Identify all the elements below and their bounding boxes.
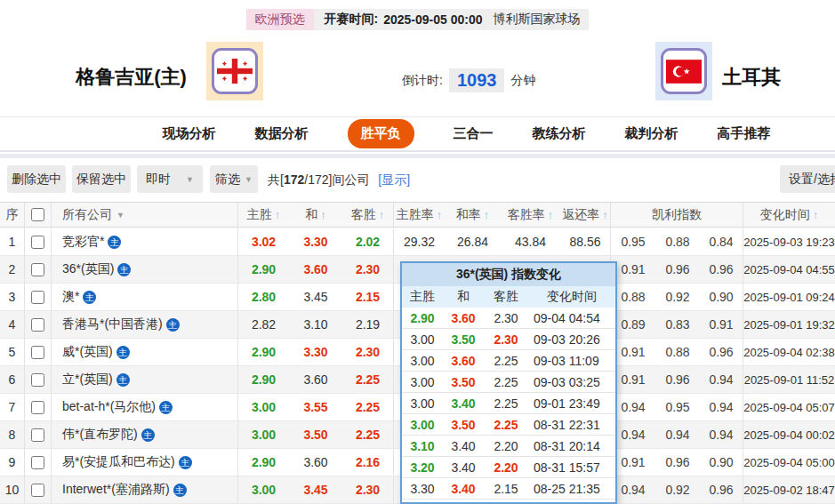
header-draw-odds[interactable]: 和↑: [289, 203, 342, 227]
away-odds[interactable]: 2.25: [342, 421, 394, 448]
draw-odds[interactable]: 3.30: [289, 228, 342, 255]
show-link[interactable]: [显示]: [378, 172, 410, 187]
tab-4[interactable]: 三合一: [454, 125, 494, 142]
kelly-1: 0.94: [611, 476, 655, 503]
popup-row: 3.203.302.1508-25 12:10: [402, 500, 615, 504]
away-odds[interactable]: 2.02: [342, 228, 394, 255]
header-away-odds[interactable]: 客胜↑: [342, 203, 394, 227]
kelly-2: 0.88: [655, 228, 700, 255]
popup-header-away: 客胜: [484, 289, 528, 305]
tab-6[interactable]: 裁判分析: [625, 125, 678, 142]
popup-header-time: 变化时间: [528, 289, 615, 305]
draw-odds[interactable]: 3.50: [289, 421, 342, 448]
select-all-checkbox[interactable]: [31, 208, 44, 221]
company-name: 竞彩官*: [62, 234, 104, 250]
row-checkbox[interactable]: [31, 401, 44, 414]
chevron-down-icon: ▼: [116, 211, 124, 220]
draw-odds[interactable]: 3.10: [289, 311, 342, 338]
away-odds[interactable]: 2.25: [342, 394, 394, 420]
draw-odds[interactable]: 3.60: [289, 449, 342, 476]
row-checkbox[interactable]: [31, 456, 44, 469]
sort-up-icon: ↑: [813, 208, 819, 221]
draw-odds[interactable]: 3.45: [289, 476, 342, 503]
company-cell[interactable]: 竞彩官*主: [52, 228, 238, 255]
company-cell[interactable]: 威*(英国)主: [52, 339, 238, 365]
away-odds[interactable]: 2.19: [342, 311, 394, 338]
header-home-odds[interactable]: 主胜↑: [238, 203, 289, 227]
company-cell[interactable]: 香港马*(中国香港)主: [52, 311, 238, 338]
row-checkbox[interactable]: [31, 428, 44, 442]
header-return-rate[interactable]: 返还率↑: [560, 203, 611, 227]
return-rate: 88.56: [560, 228, 611, 255]
away-odds[interactable]: 2.30: [342, 339, 394, 365]
company-cell[interactable]: 易*(安提瓜和巴布达)主: [52, 449, 238, 476]
company-cell[interactable]: 伟*(直布罗陀)主: [52, 421, 238, 448]
company-name: 易*(安提瓜和巴布达): [62, 454, 175, 470]
host-badge-icon: 主: [83, 291, 96, 304]
popup-row: 3.103.402.2008-31 20:14: [402, 436, 615, 457]
home-odds[interactable]: 2.90: [238, 256, 289, 283]
home-odds[interactable]: 2.90: [238, 449, 289, 476]
change-time: 2025-09-01 09:24: [743, 284, 835, 310]
header-change-time[interactable]: 变化时间↑: [743, 203, 835, 227]
home-odds[interactable]: 2.90: [238, 339, 289, 365]
row-checkbox[interactable]: [31, 373, 44, 387]
row-checkbox-cell: [25, 284, 52, 310]
header-company[interactable]: 所有公司 ▼: [52, 203, 238, 227]
row-checkbox[interactable]: [31, 318, 44, 332]
delete-selected-button[interactable]: 删除选中: [7, 165, 66, 193]
row-checkbox[interactable]: [31, 484, 44, 497]
filter-dropdown[interactable]: 筛选 ▼: [210, 165, 258, 193]
popup-row: 3.003.502.2509-03 03:25: [402, 372, 615, 393]
header-select-all[interactable]: [25, 203, 52, 227]
tab-7[interactable]: 高手推荐: [718, 125, 771, 142]
tab-3[interactable]: 胜平负: [348, 119, 414, 148]
kelly-1: 0.91: [611, 256, 655, 283]
company-cell[interactable]: 立*(英国)主: [52, 366, 238, 393]
company-cell[interactable]: bet-at-h*(马尔他)主: [52, 394, 238, 420]
row-checkbox[interactable]: [31, 346, 44, 359]
popup-header-home: 主胜: [402, 289, 443, 305]
away-odds[interactable]: 2.30: [342, 476, 394, 503]
away-odds[interactable]: 2.15: [342, 284, 394, 310]
away-odds[interactable]: 2.16: [342, 449, 394, 476]
row-checkbox[interactable]: [31, 263, 44, 276]
keep-selected-button[interactable]: 保留选中: [72, 165, 131, 193]
company-cell[interactable]: 36*(英国)主: [52, 256, 238, 283]
draw-odds[interactable]: 3.55: [289, 394, 342, 420]
tab-5[interactable]: 教练分析: [533, 125, 586, 142]
popup-row: 2.903.602.3009-04 04:54: [402, 308, 615, 329]
away-odds[interactable]: 2.25: [342, 366, 394, 393]
settings-button[interactable]: 设置/选择: [780, 165, 835, 193]
header-draw-rate[interactable]: 和率↑: [445, 203, 501, 227]
company-cell[interactable]: Interwet*(塞浦路斯)主: [52, 476, 238, 503]
draw-odds[interactable]: 3.30: [289, 339, 342, 365]
home-odds[interactable]: 2.80: [238, 284, 289, 310]
tab-1[interactable]: 现场分析: [163, 125, 216, 142]
popup-title: 36*(英国) 指数变化: [402, 263, 615, 286]
home-odds[interactable]: 2.82: [238, 311, 289, 338]
away-team-name: 土耳其: [722, 64, 815, 91]
chevron-down-icon: ▼: [245, 175, 253, 184]
home-odds[interactable]: 3.02: [238, 228, 289, 255]
home-odds[interactable]: 3.00: [238, 476, 289, 503]
live-dropdown[interactable]: 即时 ▼: [137, 165, 203, 193]
company-cell[interactable]: 澳*主: [52, 284, 238, 310]
home-odds[interactable]: 3.00: [238, 421, 289, 448]
home-odds[interactable]: 2.90: [238, 366, 289, 393]
away-odds[interactable]: 2.30: [342, 256, 394, 283]
home-odds[interactable]: 3.00: [238, 394, 289, 420]
row-checkbox[interactable]: [31, 291, 44, 304]
row-checkbox-cell: [25, 256, 52, 283]
row-checkbox[interactable]: [31, 236, 44, 249]
header-away-rate[interactable]: 客胜率↑: [501, 203, 560, 227]
header-home-rate[interactable]: 主胜率↑: [394, 203, 445, 227]
popup-away-odds: 2.20: [484, 460, 528, 475]
popup-home-odds: 3.10: [402, 439, 443, 453]
tab-2[interactable]: 数据分析: [255, 125, 309, 142]
kelly-1: 0.89: [611, 311, 655, 338]
draw-odds[interactable]: 3.60: [289, 256, 342, 283]
draw-odds[interactable]: 3.45: [289, 284, 342, 310]
draw-odds[interactable]: 3.60: [289, 366, 342, 393]
popup-row: 3.303.402.1508-25 21:35: [402, 478, 615, 500]
